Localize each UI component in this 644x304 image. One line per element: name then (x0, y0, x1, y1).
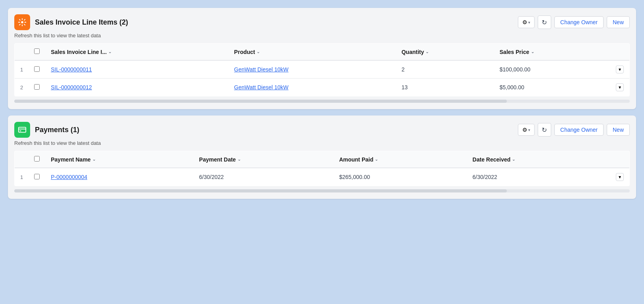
invoice-col-action (610, 44, 630, 61)
row-dropdown-cell[interactable]: ▾ (610, 79, 630, 96)
payments-title: Payments (1) (35, 126, 79, 134)
invoice-col-salesprice: Sales Price ⌄ (494, 44, 610, 61)
svg-rect-2 (20, 131, 21, 131)
payments-col-datereceived: Date Received ⌄ (467, 151, 610, 168)
payments-table-body: 1 P-0000000004 6/30/2022 $265,000.00 6/3… (15, 168, 630, 186)
payments-table: Payment Name ⌄ Payment Date ⌄ Amount Pai… (14, 151, 630, 186)
payments-col-datereceived-sort[interactable]: ⌄ (512, 157, 515, 162)
payments-refresh-button[interactable]: ↻ (538, 123, 551, 137)
payments-scrollbar[interactable] (14, 189, 630, 192)
row-quantity: 13 (396, 79, 494, 96)
payments-col-checkbox[interactable] (29, 151, 45, 168)
row-dropdown-cell[interactable]: ▾ (610, 168, 630, 186)
invoice-gear-button[interactable]: ⚙ ▾ (518, 16, 535, 28)
invoice-select-all-checkbox[interactable] (34, 48, 40, 54)
invoice-icon (14, 14, 30, 30)
row-payment-name[interactable]: P-0000000004 (45, 168, 194, 186)
payments-table-header-row: Payment Name ⌄ Payment Date ⌄ Amount Pai… (15, 151, 630, 168)
payments-header: Payments (1) ⚙ ▾ ↻ Change Owner New (14, 122, 630, 138)
row-dropdown-button[interactable]: ▾ (616, 65, 624, 73)
row-checkbox[interactable] (34, 66, 40, 72)
invoice-table-body: 1 SIL-0000000011 GenWatt Diesel 10kW 2 $… (15, 60, 630, 96)
payments-gear-chevron: ▾ (528, 128, 530, 132)
invoice-gear-chevron: ▾ (528, 20, 530, 25)
row-num: 2 (15, 79, 29, 96)
table-row: 1 P-0000000004 6/30/2022 $265,000.00 6/3… (15, 168, 630, 186)
row-num: 1 (15, 60, 29, 79)
row-dropdown-cell[interactable]: ▾ (610, 60, 630, 79)
payments-actions: ⚙ ▾ ↻ Change Owner New (518, 123, 630, 137)
payments-section: Payments (1) ⚙ ▾ ↻ Change Owner New Refr… (8, 115, 636, 199)
row-salesprice: $5,000.00 (494, 79, 610, 96)
payments-subtitle: Refresh this list to view the latest dat… (14, 140, 630, 146)
invoice-col-product-sort[interactable]: ⌄ (257, 50, 260, 54)
invoice-subtitle: Refresh this list to view the latest dat… (14, 33, 630, 38)
row-payment-date: 6/30/2022 (194, 168, 334, 186)
row-checkbox[interactable] (34, 84, 40, 90)
invoice-title: Sales Invoice Line Items (2) (35, 18, 128, 27)
invoice-scrollbar[interactable] (14, 100, 630, 103)
row-date-received: 6/30/2022 (467, 168, 610, 186)
svg-rect-1 (19, 127, 26, 133)
row-amount-paid: $265,000.00 (334, 168, 467, 186)
payments-col-amount-sort[interactable]: ⌄ (375, 157, 378, 162)
invoice-col-quantity: Quantity ⌄ (396, 44, 494, 61)
payments-gear-icon: ⚙ (522, 127, 527, 133)
row-sil[interactable]: SIL-0000000011 (45, 60, 228, 79)
payments-icon (14, 122, 30, 138)
payments-new-button[interactable]: New (607, 124, 630, 136)
row-salesprice: $100,000.00 (494, 60, 610, 79)
invoice-actions: ⚙ ▾ ↻ Change Owner New (518, 15, 630, 29)
payments-col-date-sort[interactable]: ⌄ (238, 157, 241, 162)
payments-scrollbar-thumb (14, 189, 507, 192)
invoice-col-product: Product ⌄ (228, 44, 396, 61)
row-product[interactable]: GenWatt Diesel 10kW (228, 60, 396, 79)
payments-change-owner-button[interactable]: Change Owner (554, 124, 604, 136)
payments-col-amount: Amount Paid ⌄ (334, 151, 467, 168)
row-sil[interactable]: SIL-0000000012 (45, 79, 228, 96)
table-row: 1 SIL-0000000011 GenWatt Diesel 10kW 2 $… (15, 60, 630, 79)
row-dropdown-button[interactable]: ▾ (616, 83, 624, 91)
payments-col-name: Payment Name ⌄ (45, 151, 194, 168)
invoice-table-header-row: Sales Invoice Line I... ⌄ Product ⌄ Quan… (15, 44, 630, 61)
svg-point-0 (21, 21, 23, 23)
payments-col-date: Payment Date ⌄ (194, 151, 334, 168)
payments-header-left: Payments (1) (14, 122, 79, 138)
invoice-table: Sales Invoice Line I... ⌄ Product ⌄ Quan… (14, 43, 630, 96)
invoice-header-left: Sales Invoice Line Items (2) (14, 14, 128, 30)
payments-col-action (610, 151, 630, 168)
row-num: 1 (15, 168, 29, 186)
row-checkbox[interactable] (34, 174, 40, 179)
invoice-col-quantity-sort[interactable]: ⌄ (426, 50, 429, 54)
invoice-change-owner-button[interactable]: Change Owner (554, 16, 604, 28)
row-quantity: 2 (396, 60, 494, 79)
invoice-col-checkbox[interactable] (29, 44, 45, 61)
invoice-col-salesprice-sort[interactable]: ⌄ (531, 50, 534, 54)
payments-col-name-sort[interactable]: ⌄ (92, 157, 96, 162)
invoice-header: Sales Invoice Line Items (2) ⚙ ▾ ↻ Chang… (14, 14, 630, 30)
invoice-line-items-section: Sales Invoice Line Items (2) ⚙ ▾ ↻ Chang… (8, 8, 636, 109)
invoice-col-rownum (15, 44, 29, 61)
invoice-col-sil: Sales Invoice Line I... ⌄ (45, 44, 228, 61)
invoice-gear-icon: ⚙ (522, 19, 527, 25)
invoice-new-button[interactable]: New (607, 16, 630, 28)
row-checkbox-cell[interactable] (29, 60, 45, 79)
row-checkbox-cell[interactable] (29, 168, 45, 186)
invoice-refresh-button[interactable]: ↻ (538, 15, 551, 29)
payments-col-rownum (15, 151, 29, 168)
payments-select-all-checkbox[interactable] (34, 156, 40, 162)
row-checkbox-cell[interactable] (29, 79, 45, 96)
invoice-scrollbar-thumb (14, 100, 507, 103)
row-dropdown-button[interactable]: ▾ (616, 173, 624, 181)
invoice-col-sil-sort[interactable]: ⌄ (108, 50, 111, 54)
table-row: 2 SIL-0000000012 GenWatt Diesel 10kW 13 … (15, 79, 630, 96)
row-product[interactable]: GenWatt Diesel 10kW (228, 79, 396, 96)
payments-gear-button[interactable]: ⚙ ▾ (518, 124, 535, 136)
